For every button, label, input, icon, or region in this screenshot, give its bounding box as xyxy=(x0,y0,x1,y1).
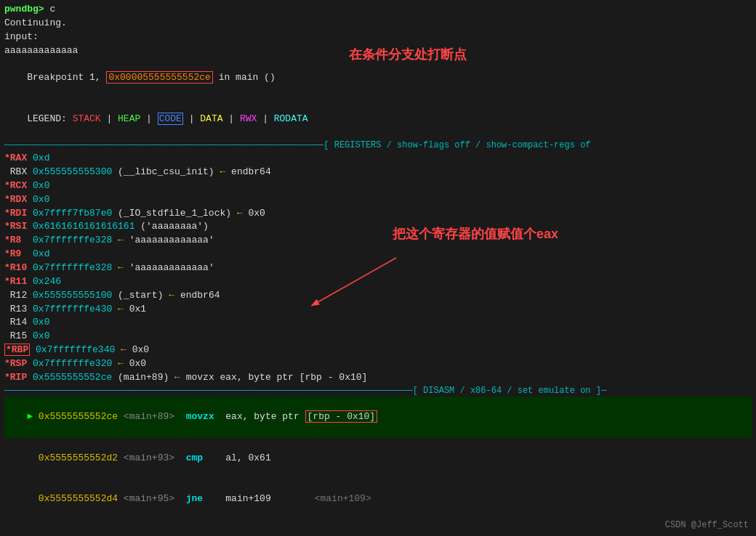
disasm-row-1: 0x5555555552d2 <main+93> cmp al, 0x61 xyxy=(4,438,752,479)
breakpoint-line: Breakpoint 1, 0x00005555555552ce in main… xyxy=(4,57,752,99)
reg-rcx: *RCX 0x0 xyxy=(4,179,752,193)
reg-rbp: *RBP 0x7fffffffe340 ← 0x0 xyxy=(4,344,752,357)
reg-rdx: *RDX 0x0 xyxy=(4,193,752,207)
csdn-watermark: CSDN @Jeff_Scott xyxy=(665,520,749,530)
reg-rip: *RIP 0x5555555552ce (main+89) ← movzx ea… xyxy=(4,371,752,385)
reg-rdi: *RDI 0x7ffff7fb87e0 (_IO_stdfile_1_lock)… xyxy=(4,207,752,221)
reg-r14: R14 0x0 xyxy=(4,316,752,330)
disasm-blank-1 xyxy=(4,520,752,534)
disasm-bar: ────────────────────────────────────────… xyxy=(4,385,752,397)
reg-rax: *RAX 0xd xyxy=(4,152,752,166)
legend-line: LEGEND: STACK | HEAP | CODE | DATA | RWX… xyxy=(4,99,752,140)
reg-rsi: *RSI 0x6161616161616161 ('aaaaaaaa') xyxy=(4,220,752,234)
reg-r12: R12 0x555555555100 (_start) ← endbr64 xyxy=(4,289,752,303)
reg-r13: R13 0x7fffffffe430 ← 0x1 xyxy=(4,303,752,317)
disasm-row-2: 0x5555555552d4 <main+95> jne main+109<ma… xyxy=(4,479,752,520)
registers-bar: ────────────────────────────────────────… xyxy=(4,139,752,152)
prompt-line: pwndbg> c xyxy=(4,3,752,17)
reg-rbx: RBX 0x555555555300 (__libc_csu_init) ← e… xyxy=(4,166,752,179)
breakpoint-address: 0x00005555555552ce xyxy=(106,71,212,84)
reg-rsp: *RSP 0x7fffffffe320 ← 0x0 xyxy=(4,357,752,371)
reg-r9: *R9 0xd xyxy=(4,248,752,261)
reg-r11: *R11 0x246 xyxy=(4,275,752,289)
terminal: pwndbg> c Continuing. input: aaaaaaaaaaa… xyxy=(0,0,756,536)
input-label-line: input: xyxy=(4,31,752,44)
reg-r8: *R8 0x7fffffffe328 ← 'aaaaaaaaaaaaa' xyxy=(4,234,752,248)
continuing-line: Continuing. xyxy=(4,17,752,31)
reg-r10: *R10 0x7fffffffe328 ← 'aaaaaaaaaaaaa' xyxy=(4,261,752,275)
disasm-row-current: ► 0x5555555552ce <main+89> movzx eax, by… xyxy=(4,397,752,438)
input-value-line: aaaaaaaaaaaaa xyxy=(4,44,752,58)
reg-r15: R15 0x0 xyxy=(4,330,752,344)
